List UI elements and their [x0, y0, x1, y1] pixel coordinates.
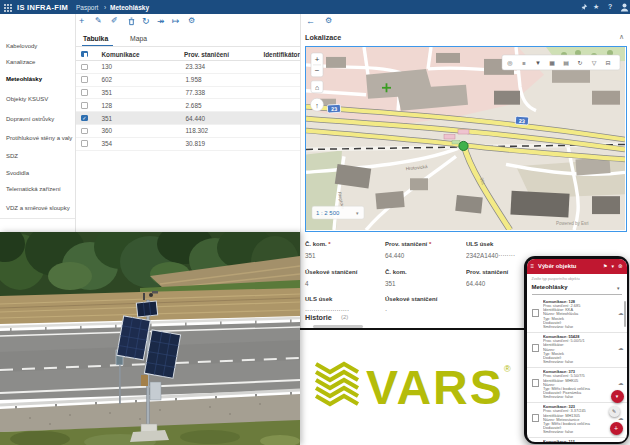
map-identify-icon[interactable]: ◎ [507, 60, 512, 66]
phone-scrollbar[interactable] [624, 301, 626, 327]
table-row[interactable]: 35430.819 [76, 138, 300, 151]
phone-fab-add[interactable]: + [610, 422, 623, 435]
phone-object-type-dropdown[interactable]: Meteohlásky ▾ [532, 283, 622, 295]
row-checkbox[interactable] [81, 102, 88, 109]
table-row-selected[interactable]: ✓35164.440 [76, 112, 300, 125]
phone-item-checkbox[interactable] [532, 344, 540, 352]
zoom-out-button[interactable]: − [315, 66, 320, 75]
map-refresh-icon[interactable]: ↻ [577, 60, 582, 66]
forward-icon[interactable]: ↠ [157, 17, 165, 26]
help-icon[interactable]: ? [608, 3, 612, 10]
refresh-icon[interactable]: ↻ [142, 17, 150, 26]
table-row[interactable]: 13023.334 [76, 61, 300, 74]
table-row[interactable]: 35177.338 [76, 87, 300, 100]
cloud-download-icon[interactable]: ☁ [618, 345, 624, 364]
phone-filter-icon[interactable]: ▼ [610, 264, 614, 269]
sidebar-item-dopravni-ostruvky[interactable]: Dopravní ostrůvky [0, 113, 81, 125]
edit-icon[interactable]: ✎ [95, 17, 102, 25]
user-profile-icon[interactable] [620, 3, 630, 12]
compass-button[interactable]: ↑ [315, 102, 318, 109]
selected-object-marker[interactable] [459, 141, 468, 150]
map-canvas[interactable]: Hrotovická Riegrova 351 23 23 + [306, 47, 625, 230]
column-identifikator[interactable]: Identifikátor [263, 51, 300, 58]
phone-close-icon[interactable]: ⊗ [618, 263, 623, 269]
tab-tabulka[interactable]: Tabulka [83, 35, 108, 42]
phone-flag-icon[interactable]: ⚑ [603, 263, 607, 269]
sidebar-item-telematicka-zarizeni[interactable]: Telematická zařízení [0, 183, 81, 195]
map-layers-icon[interactable]: ▤ [563, 60, 569, 66]
meteo-station-photo [0, 232, 300, 445]
phone-list-item[interactable]: Komunikace: 128 Prov. staničení: 2.685 I… [527, 298, 627, 333]
map-widget[interactable]: Hrotovická Riegrova 351 23 23 + [305, 46, 627, 232]
multi-edit-icon[interactable]: ✐ [111, 17, 118, 25]
phone-dropdown-value: Meteohlásky [532, 284, 568, 290]
map-scale-control[interactable]: 1 : 2 500 ▾ [312, 206, 364, 219]
waffle-menu-icon[interactable] [4, 4, 12, 12]
route-shield-23: 23 [515, 116, 529, 125]
field-uls-usek-1: ULS úsek 2342A1440········ [466, 241, 523, 259]
table-header: Komunikace Prov. staničení Identifikátor [76, 48, 300, 61]
settings-icon[interactable]: ⚙ [188, 17, 195, 25]
section-title-historie[interactable]: Historie [305, 313, 332, 322]
phone-item-checkbox[interactable] [532, 414, 540, 422]
back-icon[interactable]: ← [306, 17, 315, 26]
row-checkbox-checked[interactable]: ✓ [81, 115, 88, 122]
phone-fab-edit[interactable]: ✎ [609, 406, 620, 417]
tab-mapa[interactable]: Mapa [130, 35, 147, 42]
table-row[interactable]: 1282.685 [76, 99, 300, 112]
pin-icon[interactable] [580, 3, 588, 12]
field-c-kom-2: Č. kom. 351 [385, 269, 407, 287]
sidebar-item-svodidla[interactable]: Svodidla [0, 167, 81, 179]
field-usekove-staniceni-1: Úsekové staničení 4 [305, 269, 357, 287]
row-checkbox[interactable] [81, 76, 88, 83]
map-scale-value[interactable]: 1 : 2 500 [316, 210, 340, 216]
map-legend-icon[interactable]: ≡ [522, 60, 526, 66]
panel-settings-icon[interactable]: ⚙ [325, 17, 332, 25]
field-usekove-staniceni-2: Úsekové staničení · [385, 296, 437, 314]
map-station-chip [458, 130, 469, 134]
sidebar-item-kanalizace[interactable]: Kanalizace [0, 56, 81, 68]
add-icon[interactable]: + [79, 17, 84, 26]
phone-list-item[interactable]: Komunikace: 55428 Prov. staničení: 5.00/… [527, 333, 627, 368]
map-measure-icon[interactable]: ▦ [549, 60, 555, 66]
breadcrumb-pasport[interactable]: Pasport [76, 4, 98, 11]
column-prov-staniceni[interactable]: Prov. staničení [184, 51, 263, 58]
row-checkbox[interactable] [81, 64, 88, 71]
sidebar-item-vdz-smerove-sloupky[interactable]: VDZ a směrové sloupky [0, 202, 81, 214]
column-komunikace[interactable]: Komunikace [102, 51, 184, 58]
collapse-section-icon[interactable]: ∧ [619, 33, 624, 41]
field-c-kom-1: Č. kom. * 351 [305, 241, 331, 259]
sidebar-item-sdz[interactable]: SDZ [0, 150, 81, 162]
cloud-download-icon[interactable]: ☁ [618, 310, 624, 329]
row-checkbox[interactable] [81, 128, 88, 135]
row-checkbox[interactable] [81, 140, 88, 147]
map-link-icon[interactable]: ↦ [172, 17, 180, 26]
phone-header: ≡ Výběr objektu ⚑ ▼ ⊗ [527, 259, 627, 274]
select-all-checkbox[interactable] [81, 51, 88, 58]
phone-fab-filter[interactable]: ▼ [611, 390, 624, 403]
table-row[interactable]: 360118.302 [76, 125, 300, 138]
favorites-star-icon[interactable]: ★ [593, 3, 599, 10]
home-extent-button[interactable]: ⌂ [315, 84, 319, 91]
row-checkbox[interactable] [81, 89, 88, 96]
map-print-icon[interactable]: ⊟ [605, 60, 610, 66]
zoom-in-button[interactable]: + [315, 55, 320, 64]
map-toolbar[interactable]: ◎ ≡ ▼ ▦ ▤ ↻ ▽ ⊟ [502, 55, 620, 70]
sidebar-item-objekty-ksusv[interactable]: Objekty KSUSV [0, 93, 81, 105]
sidebar-item-meteohlasky[interactable]: Meteohlásky [0, 73, 81, 85]
delete-icon[interactable] [127, 17, 136, 26]
phone-list-item[interactable]: Komunikace: 112 Prov. staničení: 8.6/3/4… [527, 438, 627, 442]
phone-object-list[interactable]: Komunikace: 128 Prov. staničení: 2.685 I… [527, 298, 627, 442]
phone-dropdown-caret-icon: ▾ [617, 285, 620, 291]
table-row[interactable]: 6021.958 [76, 74, 300, 87]
map-zoom-controls[interactable]: + − ⌂ ↑ [311, 53, 324, 111]
phone-item-checkbox[interactable] [532, 379, 540, 387]
sidebar-item-kabelovody[interactable]: Kabelovody [0, 40, 81, 52]
sidebar-item-protihlukove-steny[interactable]: Protihlukové stěny a valy [0, 132, 81, 144]
app-window: IS INFRA-FIM Pasport › Meteohlásky ★ ? ✎… [0, 0, 630, 445]
vars-logo: VARS ® [312, 358, 517, 416]
phone-menu-icon[interactable]: ≡ [531, 263, 535, 269]
map-clear-filter-icon[interactable]: ▽ [592, 60, 597, 66]
map-filter-icon[interactable]: ▼ [535, 60, 541, 66]
phone-item-checkbox[interactable] [532, 309, 540, 317]
